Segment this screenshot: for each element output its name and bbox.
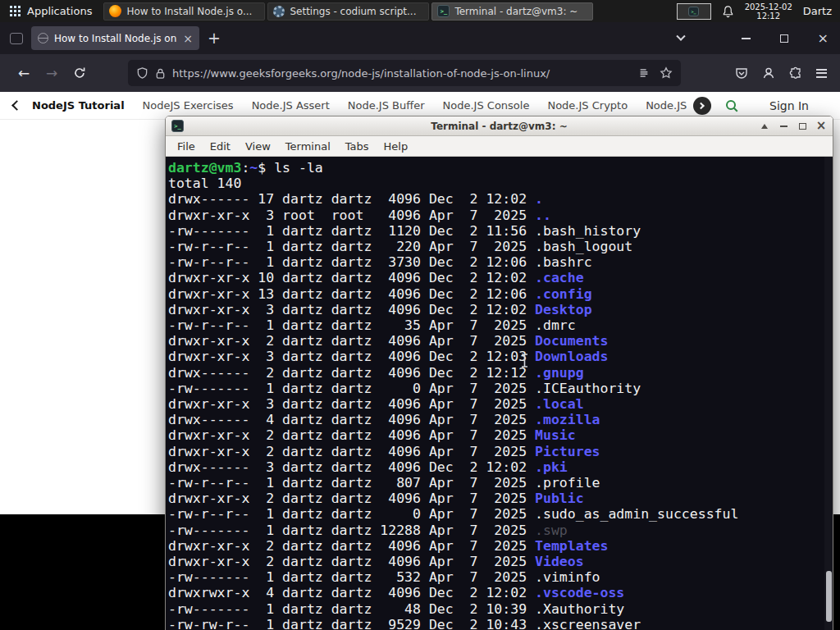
ls-row: -rw------- 1 dartz dartz 532 Apr 7 2025 … [168,569,823,585]
firefox-icon [109,5,121,17]
ls-row-meta: drwx------ 2 dartz dartz 4096 Dec 2 12:1… [168,365,535,381]
site-nav-item[interactable]: Node.JS Crypto [547,99,628,112]
site-nav-item[interactable]: Node.JS DNS [646,99,688,112]
ls-row-meta: drwxr-xr-x 2 dartz dartz 4096 Apr 7 2025 [168,538,535,554]
terminal-menu-terminal[interactable]: Terminal [278,138,338,155]
terminal-scrollbar-thumb[interactable] [826,571,832,622]
panel-clock[interactable]: 2025-12-02 12:12 [745,2,792,21]
file-name: .vscode-oss [535,585,624,600]
forward-button[interactable] [38,65,66,81]
site-nav-item[interactable]: NodeJS Tutorial [32,99,125,112]
nav-scroll-right-button[interactable] [693,97,711,115]
notification-bell-icon[interactable] [722,5,734,18]
back-button[interactable] [10,65,38,81]
file-name: Public [535,491,584,506]
ls-row: drwx------ 3 dartz dartz 4096 Dec 2 12:0… [168,459,823,475]
terminal-app-icon [171,120,184,132]
browser-tab[interactable]: How to Install Node.js on... [31,26,199,50]
ls-row-meta: drwxr-xr-x 3 dartz dartz 4096 Dec 2 12:0… [168,349,535,364]
ls-row: -rw------- 1 dartz dartz 1120 Dec 2 11:5… [168,223,823,239]
ls-row: drwxr-xr-x 3 dartz dartz 4096 Dec 2 12:0… [168,349,823,364]
terminal-listing: drwx------ 17 dartz dartz 4096 Dec 2 12:… [168,191,823,630]
ls-row-meta: drwxr-xr-x 13 dartz dartz 4096 Dec 2 12:… [168,286,535,302]
file-name: .pki [535,459,568,475]
file-name: Downloads [535,349,608,364]
ls-row-meta: drwxr-xr-x 3 dartz dartz 4096 Dec 2 12:0… [168,302,535,317]
terminal-shade-button[interactable] [759,121,770,132]
browser-minimize-button[interactable] [742,38,751,39]
terminal-menu-view[interactable]: View [238,138,278,155]
ls-row: -rw-rw-r-- 1 dartz dartz 9529 Dec 2 10:4… [168,617,823,630]
browser-maximize-button[interactable] [780,34,788,43]
file-name: Videos [535,554,584,569]
terminal-titlebar[interactable]: Terminal - dartz@vm3: ~ [166,116,833,136]
tab-favicon-globe-icon [38,33,48,43]
ls-row: -rw-r--r-- 1 dartz dartz 807 Apr 7 2025 … [168,475,823,491]
ls-row-meta: -rw-r--r-- 1 dartz dartz 0 Apr 7 2025 [168,506,535,522]
panel-user-label[interactable]: Dartz [803,5,833,17]
ls-row-meta: -rw-r--r-- 1 dartz dartz 3730 Dec 2 12:0… [168,254,535,270]
ls-row: drwxr-xr-x 2 dartz dartz 4096 Apr 7 2025… [168,333,823,349]
sign-in-button[interactable]: Sign In [769,99,809,112]
workspace-switcher[interactable] [677,3,711,20]
reader-mode-icon[interactable] [638,67,650,79]
taskbar-item[interactable]: Settings - codium script... [267,2,429,21]
ls-row: drwxr-xr-x 2 dartz dartz 4096 Apr 7 2025… [168,538,823,554]
file-name: Pictures [535,444,600,459]
prompt-separator: : [241,160,249,176]
reload-button[interactable] [66,66,94,80]
site-nav-item[interactable]: Node.JS Buffer [348,99,425,112]
file-name: .cache [535,270,584,285]
ls-row-meta: -rw-r--r-- 1 dartz dartz 220 Apr 7 2025 [168,239,535,254]
tracking-shield-icon[interactable] [136,66,148,80]
site-nav-item[interactable]: NodeJS Exercises [143,99,234,112]
ls-row: drwxr-xr-x 2 dartz dartz 4096 Apr 7 2025… [168,427,823,443]
terminal-menu-edit[interactable]: Edit [203,138,238,155]
site-nav-item[interactable]: Node.JS Console [443,99,530,112]
ls-row-meta: drwx------ 4 dartz dartz 4096 Apr 7 2025 [168,412,535,427]
file-name: Documents [535,333,608,349]
file-name: .xscreensaver [535,617,641,630]
nav-scroll-left-icon[interactable] [11,100,22,111]
terminal-menu-file[interactable]: File [170,138,203,155]
bookmark-star-icon[interactable] [660,66,673,80]
firefox-view-icon[interactable] [10,33,23,44]
url-bar[interactable]: https://www.geeksforgeeks.org/node-js/in… [128,60,681,86]
tab-list-chevron-icon[interactable] [676,31,685,40]
ls-row-meta: drwx------ 3 dartz dartz 4096 Dec 2 12:0… [168,459,535,475]
ls-row: -rw------- 1 dartz dartz 48 Dec 2 10:39 … [168,601,823,617]
search-icon[interactable] [724,98,739,113]
new-tab-button[interactable] [208,30,221,46]
toolbar-right-icons [735,66,830,80]
workspace-window-icon [688,7,699,16]
menu-hamburger-icon[interactable] [816,69,827,78]
file-name: .local [535,396,584,412]
terminal-scrollbar[interactable] [824,157,833,630]
file-name: .Xauthority [535,601,624,617]
taskbar-item[interactable]: Terminal - dartz@vm3: ~ [431,2,593,21]
ls-row-meta: -rw------- 1 dartz dartz 0 Apr 7 2025 [168,381,535,396]
terminal-menubar: FileEditViewTerminalTabsHelp [166,136,833,157]
prompt-user-host: dartz@vm3 [168,160,241,176]
terminal-minimize-button[interactable] [778,121,789,132]
account-icon[interactable] [762,66,775,80]
browser-close-button[interactable] [818,32,829,45]
terminal-screen[interactable]: dartz@vm3:~$ ls -la total 140 drwx------… [166,157,833,630]
lock-icon[interactable] [155,67,166,80]
terminal-window: Terminal - dartz@vm3: ~ FileEditViewTerm… [165,116,833,630]
tab-close-icon[interactable] [183,33,193,44]
file-name: .bash_history [535,223,641,239]
terminal-menu-help[interactable]: Help [377,138,416,155]
ls-row-meta: drwxr-xr-x 3 dartz dartz 4096 Apr 7 2025 [168,396,535,412]
terminal-close-button[interactable] [815,121,827,132]
applications-menu-button[interactable]: Applications [0,0,102,22]
ls-row: -rw-r--r-- 1 dartz dartz 3730 Dec 2 12:0… [168,254,823,270]
site-nav-item[interactable]: Node.JS Assert [252,99,330,112]
panel-taskbar: How to Install Node.js o...Settings - co… [103,2,593,21]
pocket-icon[interactable] [735,66,748,80]
file-name: Desktop [535,302,592,317]
extensions-puzzle-icon[interactable] [789,66,802,80]
taskbar-item[interactable]: How to Install Node.js o... [103,2,265,21]
terminal-maximize-button[interactable] [797,121,808,132]
terminal-menu-tabs[interactable]: Tabs [338,138,377,155]
